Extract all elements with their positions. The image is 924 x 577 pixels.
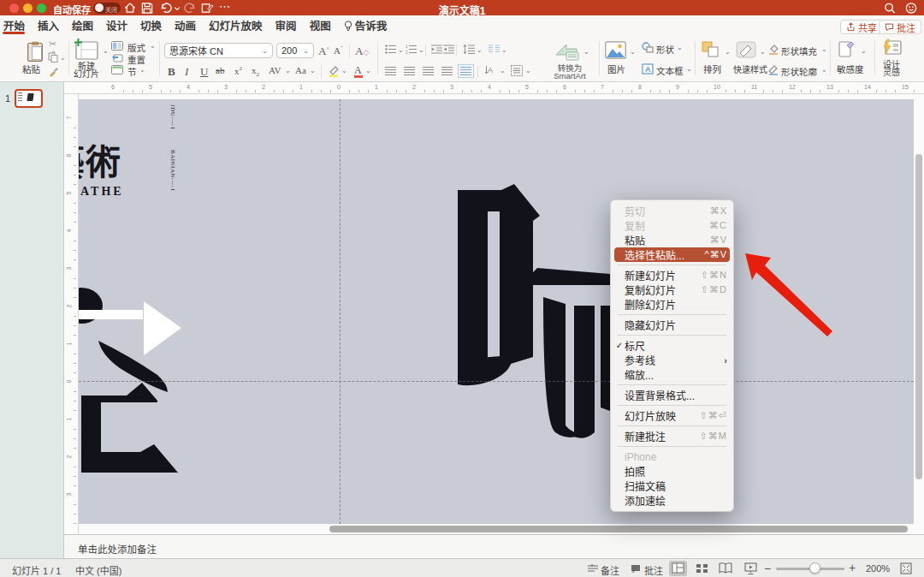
font-color-dropdown-icon[interactable]: ⌄ xyxy=(365,67,371,74)
language-indicator[interactable]: 中文 (中国) xyxy=(75,563,121,577)
font-name-select[interactable]: 思源宋体 CN⌄ xyxy=(164,43,273,58)
copy-dropdown-icon[interactable]: ⌄ xyxy=(60,54,66,62)
menu-item-18[interactable]: 添加速绘 xyxy=(611,493,733,508)
columns-dropdown-icon[interactable]: ⌄ xyxy=(501,46,507,54)
shape-outline-label[interactable]: 形状轮廓 xyxy=(781,65,817,78)
menu-item-5[interactable]: 新建幻灯片⇧⌘N xyxy=(611,268,733,283)
tab-6[interactable]: 动画 xyxy=(175,17,196,33)
character-spacing-button[interactable]: AV xyxy=(269,65,281,75)
paste-icon[interactable] xyxy=(24,41,46,62)
justify-icon[interactable] xyxy=(441,67,453,75)
new-slide-label[interactable]: 新建幻灯片 xyxy=(68,62,104,78)
menu-item-14[interactable]: 新建批注⇧⌘M xyxy=(611,429,733,443)
reset-label[interactable]: 重置 xyxy=(127,53,145,66)
arrange-dropdown-icon[interactable]: ⌄ xyxy=(725,48,731,56)
shape-fill-label[interactable]: 形状填充 xyxy=(781,45,817,57)
subscript-button[interactable]: x2 xyxy=(252,65,259,78)
smartart-icon[interactable] xyxy=(554,43,580,62)
tab-5[interactable]: 切换 xyxy=(140,17,162,33)
horizontal-guide[interactable] xyxy=(79,381,914,382)
fit-slide-icon[interactable] xyxy=(900,562,912,574)
highlight-color-icon[interactable] xyxy=(328,65,340,77)
columns-icon[interactable] xyxy=(489,45,500,54)
align-right-icon[interactable] xyxy=(423,67,434,75)
menu-item-6[interactable]: 复制幻灯片⇧⌘D xyxy=(611,283,733,297)
underline-button[interactable]: U xyxy=(200,65,208,79)
menu-item-7[interactable]: 删除幻灯片 xyxy=(611,297,733,312)
line-spacing-icon[interactable] xyxy=(463,45,475,54)
zoom-out-button[interactable]: − xyxy=(764,562,771,575)
increase-font-icon[interactable]: A^ xyxy=(318,45,329,58)
normal-view-button[interactable] xyxy=(669,561,687,576)
menu-item-11[interactable]: 缩放... xyxy=(611,367,733,382)
menu-item-10[interactable]: 参考线› xyxy=(611,353,733,367)
vertical-ruler[interactable]: 76543210123 xyxy=(64,94,79,533)
design-ideas-icon[interactable] xyxy=(881,39,902,57)
feedback-smiley-icon[interactable] xyxy=(904,2,918,15)
reading-view-icon[interactable] xyxy=(719,562,732,574)
section-label[interactable]: 节 xyxy=(127,65,137,78)
design-ideas-label[interactable]: 设计灵感 xyxy=(880,61,903,76)
font-color-icon[interactable]: A xyxy=(354,64,362,77)
share-button[interactable]: 共享 xyxy=(840,20,883,34)
align-left-icon[interactable] xyxy=(385,67,396,75)
section-icon[interactable] xyxy=(111,65,123,74)
line-spacing-dropdown-icon[interactable]: ⌄ xyxy=(477,46,483,54)
numbering-dropdown-icon[interactable]: ⌄ xyxy=(418,46,424,54)
tab-1[interactable]: 开始 xyxy=(3,17,25,33)
text-direction-icon[interactable]: A xyxy=(485,65,497,76)
vertical-scrollbar[interactable] xyxy=(914,94,924,533)
numbering-icon[interactable]: 12 xyxy=(406,45,417,54)
comments-toggle-label[interactable]: 批注 xyxy=(644,563,663,577)
paste-label[interactable]: 粘贴 xyxy=(22,62,40,75)
vertical-scrollbar-thumb[interactable] xyxy=(915,154,922,479)
new-slide-icon[interactable] xyxy=(73,38,98,60)
arrange-icon[interactable] xyxy=(702,41,720,58)
notes-placeholder[interactable]: 单击此处添加备注 xyxy=(78,542,157,556)
shapes-icon[interactable] xyxy=(642,42,654,53)
copy-icon[interactable] xyxy=(48,52,58,62)
text-direction-dropdown-icon[interactable]: ⌄ xyxy=(500,67,506,74)
quick-styles-label[interactable]: 快速样式 xyxy=(733,62,767,75)
notes-toggle-icon[interactable] xyxy=(588,564,598,574)
strikethrough-button[interactable]: ab xyxy=(216,65,224,75)
decrease-font-icon[interactable]: Aˇ xyxy=(334,45,342,56)
horizontal-ruler[interactable]: 6543210123456789101112131415 xyxy=(64,82,924,94)
menu-item-16[interactable]: 拍照 xyxy=(611,464,733,479)
menu-item-13[interactable]: 幻灯片放映⇧⌘⏎ xyxy=(611,408,733,423)
sensitivity-icon[interactable] xyxy=(837,40,856,59)
smartart-dropdown-icon[interactable]: ⌄ xyxy=(583,48,589,56)
slide-thumbnail[interactable] xyxy=(15,89,43,108)
tab-4[interactable]: 设计 xyxy=(106,17,127,33)
format-painter-icon[interactable] xyxy=(48,66,59,77)
textbox-label[interactable]: 文本框 xyxy=(656,64,684,77)
slide[interactable]: 藝術 ATHE JDU----1 BAINIAN----1 xyxy=(79,99,914,524)
bullets-icon[interactable] xyxy=(385,45,396,54)
shapes-dropdown-icon[interactable]: ⌄ xyxy=(677,44,683,51)
shape-outline-dropdown-icon[interactable]: ⌄ xyxy=(821,66,827,74)
align-text-dropdown-icon[interactable]: ⌄ xyxy=(525,67,531,74)
highlight-dropdown-icon[interactable]: ⌄ xyxy=(341,67,347,74)
zoom-in-button[interactable]: + xyxy=(849,561,856,574)
increase-indent-icon[interactable] xyxy=(443,45,454,54)
tab-2[interactable]: 插入 xyxy=(38,17,59,33)
search-icon[interactable] xyxy=(883,2,897,15)
font-size-select[interactable]: 200⌄ xyxy=(276,43,314,58)
tab-9[interactable]: 视图 xyxy=(310,17,331,33)
horizontal-scrollbar-thumb[interactable] xyxy=(329,526,908,532)
menu-item-8[interactable]: 隐藏幻灯片 xyxy=(611,318,733,332)
layout-dropdown-icon[interactable]: ⌄ xyxy=(150,42,156,50)
smartart-label[interactable]: 转换为SmartArt xyxy=(548,64,592,80)
sensitivity-label[interactable]: 敏感度 xyxy=(837,62,864,75)
layout-icon[interactable] xyxy=(111,41,123,51)
character-spacing-dropdown-icon[interactable]: ⌄ xyxy=(285,67,291,74)
decrease-indent-icon[interactable] xyxy=(431,45,442,54)
distribute-icon[interactable] xyxy=(460,67,471,75)
superscript-button[interactable]: x2 xyxy=(234,65,242,76)
align-center-icon[interactable] xyxy=(404,67,415,75)
layout-label[interactable]: 版式 xyxy=(127,41,145,54)
reset-icon[interactable] xyxy=(111,53,123,62)
notes-toggle-label[interactable]: 备注 xyxy=(601,563,619,577)
align-text-icon[interactable] xyxy=(511,65,523,76)
picture-icon[interactable] xyxy=(605,41,626,59)
